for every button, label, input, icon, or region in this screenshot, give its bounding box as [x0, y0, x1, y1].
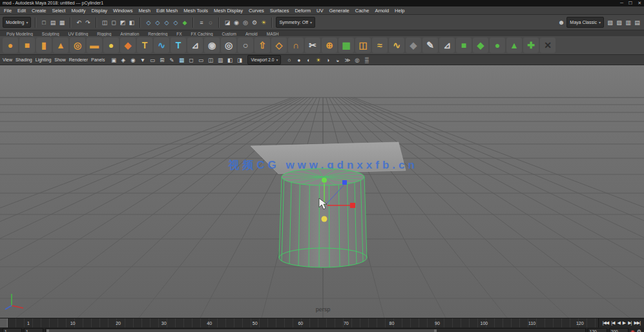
motion-blur-icon[interactable]: ≫ — [343, 56, 351, 64]
mash-repro-icon[interactable]: ◆ — [473, 37, 488, 53]
menuset-dropdown[interactable]: Modeling ▾ — [3, 17, 31, 28]
menu-item[interactable]: Edit — [17, 8, 26, 14]
select-camera-icon[interactable]: ▣ — [109, 56, 118, 64]
poly-text-icon[interactable]: T — [137, 37, 152, 53]
shelf-tab[interactable]: Sculpting — [41, 32, 61, 36]
menu-item[interactable]: Edit Mesh — [156, 8, 178, 14]
select-by-type-icon[interactable]: ◧ — [127, 17, 136, 28]
shelf-tab[interactable]: Rendering — [147, 32, 169, 36]
safe-title-icon[interactable]: ◨ — [235, 56, 244, 64]
lights-icon[interactable]: ☀ — [314, 56, 322, 64]
manipulator-x-handle[interactable] — [350, 203, 355, 208]
camera-attributes-icon[interactable]: ◉ — [129, 56, 137, 64]
type-tool-icon[interactable]: T — [171, 37, 186, 53]
manipulator-y-handle[interactable] — [322, 178, 327, 183]
range-slider-range[interactable] — [47, 329, 435, 332]
shadows-icon[interactable]: ◑ — [324, 56, 332, 64]
renderer-dropdown[interactable]: Viewport 2.0 ▾ — [247, 55, 281, 65]
poly-plane-icon[interactable]: ▬ — [87, 37, 102, 53]
panel-menu-item[interactable]: Renderer — [69, 57, 88, 62]
menu-item[interactable]: Curves — [249, 8, 264, 14]
curve-pencil-icon[interactable]: ✎ — [422, 37, 438, 53]
sign-in-icon[interactable]: ☻ — [558, 19, 565, 26]
bevel-icon[interactable]: ◇ — [271, 37, 287, 53]
anim-start-field[interactable] — [3, 328, 22, 332]
minimize-button[interactable]: ─ — [620, 0, 623, 6]
range-end-handle[interactable] — [434, 329, 437, 332]
boolean-union-icon[interactable]: ◉ — [204, 37, 220, 53]
menu-item[interactable]: Generate — [329, 8, 349, 14]
bifrost-graph-icon[interactable]: ✚ — [523, 37, 539, 53]
menu-item[interactable]: Cache — [355, 8, 369, 14]
current-frame-marker[interactable] — [0, 318, 8, 327]
target-weld-icon[interactable]: ⊕ — [322, 37, 337, 53]
panel-menu-item[interactable]: Panels — [91, 57, 105, 62]
modeling-toolkit-icon[interactable]: ▧ — [606, 17, 614, 28]
panel-menu-item[interactable]: View — [3, 57, 12, 62]
shelf-tab[interactable]: Poly Modeling — [5, 32, 34, 36]
mash-flight-icon[interactable]: ▲ — [506, 37, 522, 53]
menu-item[interactable]: Help — [395, 8, 404, 14]
shelf-tab[interactable]: Custom — [221, 32, 238, 36]
range-start-handle[interactable] — [47, 329, 49, 332]
snap-to-point-icon[interactable]: ◇ — [162, 17, 171, 28]
snap-to-grid-icon[interactable]: ◇ — [144, 17, 152, 28]
film-gate-icon[interactable]: ◻ — [187, 56, 195, 64]
menu-item[interactable]: Arnold — [375, 8, 389, 14]
xray-icon[interactable]: ▒ — [362, 56, 371, 64]
tool-settings-icon[interactable]: ▥ — [624, 17, 632, 28]
snap-to-curve-icon[interactable]: ◇ — [153, 17, 161, 28]
textured-mode-icon[interactable]: ◐ — [304, 56, 313, 64]
playback-start-field[interactable] — [24, 328, 43, 332]
panel-menu-item[interactable]: Show — [54, 57, 66, 62]
menu-item[interactable]: UV — [317, 8, 323, 14]
menu-item[interactable]: Select — [52, 8, 66, 14]
open-render-view-icon[interactable]: ◪ — [223, 17, 231, 28]
render-current-frame-icon[interactable]: ◉ — [232, 17, 240, 28]
attribute-editor-icon[interactable]: ▨ — [615, 17, 623, 28]
save-scene-icon[interactable]: ▦ — [57, 17, 66, 28]
manipulator-center-handle[interactable] — [322, 216, 327, 222]
viewport-canvas[interactable]: 视频CG www.qdnxxfb.cn — [0, 65, 644, 318]
lock-length-icon[interactable]: ◆ — [406, 37, 421, 53]
step-forward-frame-button[interactable]: ▶| — [628, 320, 631, 326]
smooth-icon[interactable]: ≈ — [372, 37, 388, 53]
bookmark-icon[interactable]: ▼ — [138, 56, 147, 64]
image-plane-icon[interactable]: ▭ — [148, 56, 156, 64]
cache-playback-icon[interactable]: ◌ — [206, 17, 214, 28]
lock-camera-icon[interactable]: ◈ — [119, 56, 127, 64]
playback-end-field[interactable] — [588, 328, 607, 332]
shelf-tab[interactable]: UV Editing — [67, 32, 90, 36]
go-to-end-button[interactable]: ▶▶| — [634, 320, 640, 326]
play-backward-button[interactable]: ◀ — [617, 320, 619, 326]
field-chart-icon[interactable]: ▥ — [216, 56, 224, 64]
resolution-gate-icon[interactable]: ▭ — [196, 56, 205, 64]
grease-pencil-icon[interactable]: ✎ — [167, 56, 176, 64]
menu-item[interactable]: Mesh Tools — [183, 8, 208, 14]
maximize-button[interactable]: ☐ — [628, 0, 632, 6]
multi-cut-icon[interactable]: ✂ — [305, 37, 320, 53]
quad-draw-icon[interactable]: ▦ — [338, 37, 354, 53]
auto-key-toggle[interactable]: ◉ — [630, 329, 635, 332]
close-button[interactable]: ✕ — [638, 0, 641, 6]
menu-item[interactable]: Display — [92, 8, 108, 14]
bridge-icon[interactable]: ∩ — [288, 37, 304, 53]
workspace-dropdown[interactable]: Maya Classic ▾ — [566, 17, 604, 28]
snap-to-plane-icon[interactable]: ◇ — [171, 17, 180, 28]
light-editor-icon[interactable]: ☀ — [259, 17, 267, 28]
menu-item[interactable]: File — [4, 8, 12, 14]
menu-item[interactable]: Deform — [295, 8, 311, 14]
shelf-tab[interactable]: FX Caching — [190, 32, 214, 36]
poly-cone-icon[interactable]: ▲ — [53, 37, 68, 53]
symmetry-dropdown[interactable]: Symmetry: Off ▾ — [276, 17, 315, 28]
animation-preferences-icon[interactable]: ⚙ — [637, 329, 641, 332]
time-slider-track[interactable]: 1102030405060708090100110120 — [8, 318, 598, 327]
undo-icon[interactable]: ↶ — [74, 17, 83, 28]
make-live-icon[interactable]: ◆ — [180, 17, 189, 28]
panel-menu-item[interactable]: Shading — [16, 57, 32, 62]
play-forward-button[interactable]: ▶ — [623, 320, 625, 326]
shaded-mode-icon[interactable]: ● — [295, 56, 303, 64]
go-to-start-button[interactable]: |◀◀ — [603, 320, 609, 326]
wireframe-mode-icon[interactable]: ○ — [285, 56, 293, 64]
poly-torus-icon[interactable]: ◎ — [70, 37, 85, 53]
